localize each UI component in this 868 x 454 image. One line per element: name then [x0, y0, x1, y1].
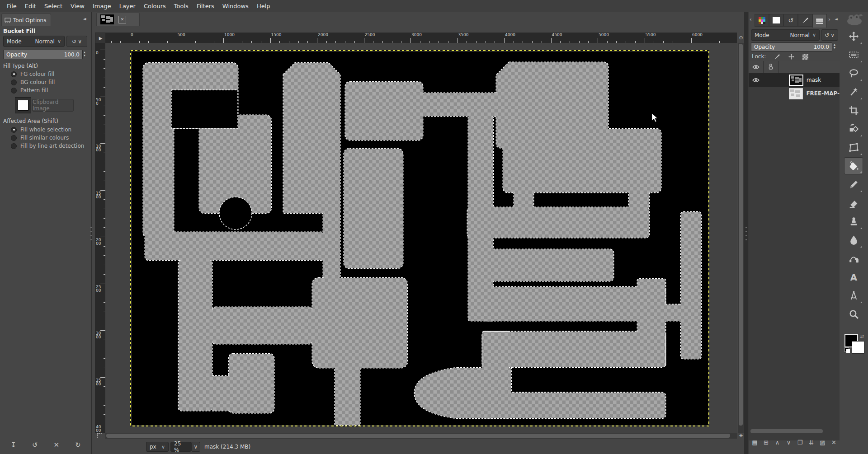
radio-icon[interactable]: [11, 127, 17, 133]
smudge-tool[interactable]: [844, 231, 863, 248]
measure-tool[interactable]: [844, 287, 863, 304]
tool-options-tab[interactable]: Tool Options: [1, 14, 51, 26]
new-layer-group-button[interactable]: ⊞: [761, 437, 771, 448]
menu-help[interactable]: Help: [253, 1, 274, 11]
paintbrush-tab[interactable]: [798, 14, 812, 27]
layer-row-mask[interactable]: mask: [749, 73, 840, 87]
swap-colors-icon[interactable]: ⇄: [860, 334, 864, 339]
menu-file[interactable]: File: [3, 1, 21, 11]
radio-icon[interactable]: [11, 88, 17, 94]
lock-position-icon[interactable]: [788, 53, 795, 60]
raise-layer-button[interactable]: ∧: [772, 437, 783, 448]
new-layer-button[interactable]: ▤: [750, 437, 760, 448]
opacity-spinner[interactable]: ▴▾: [84, 51, 85, 57]
horizontal-ruler[interactable]: 0500100015002000250030003500400045005000…: [105, 33, 737, 43]
ruler-corner-button[interactable]: ▶: [95, 33, 106, 44]
fill-type-option[interactable]: FG colour fill: [11, 70, 55, 78]
save-preset-button[interactable]: ↧: [7, 440, 20, 450]
fill-type-option[interactable]: Pattern fill: [11, 86, 55, 94]
tab-scroll-right-icon[interactable]: ›: [828, 16, 830, 23]
menu-layer[interactable]: Layer: [115, 1, 140, 11]
reset-tool-button[interactable]: ↻: [71, 440, 85, 450]
radio-icon[interactable]: [11, 80, 17, 85]
link-column-icon[interactable]: [764, 61, 778, 73]
pencil-tool[interactable]: [844, 176, 863, 193]
zoom-follow-window-icon[interactable]: ⊙: [738, 33, 744, 42]
lock-pixels-icon[interactable]: [774, 53, 780, 60]
opacity-slider[interactable]: Opacity 100.0: [3, 50, 83, 59]
free-select-tool[interactable]: [844, 65, 863, 82]
undo-history-tab[interactable]: ↺: [783, 14, 798, 27]
unit-select[interactable]: px∨: [146, 442, 169, 452]
menu-tools[interactable]: Tools: [170, 1, 193, 11]
background-color-swatch[interactable]: [852, 341, 864, 354]
visibility-column-icon[interactable]: [749, 61, 764, 73]
radio-icon[interactable]: [11, 135, 17, 141]
dock-menu-icon[interactable]: ◄: [835, 17, 838, 21]
menu-edit[interactable]: Edit: [21, 1, 40, 11]
layers-scrollbar[interactable]: [750, 429, 823, 433]
layer-mask-button[interactable]: ▨: [817, 437, 828, 448]
layer-row-FREE-MAP-[interactable]: FREE-MAP-: [749, 87, 840, 100]
affected-area-option[interactable]: Fill similar colours: [11, 134, 84, 142]
menu-filters[interactable]: Filters: [193, 1, 218, 11]
duplicate-layer-button[interactable]: ❐: [795, 437, 805, 448]
menu-windows[interactable]: Windows: [218, 1, 253, 11]
paint-mode-select[interactable]: Mode Normal∨: [3, 36, 65, 47]
close-image-icon[interactable]: ✕: [118, 16, 126, 23]
canvas-viewport[interactable]: [105, 43, 737, 433]
menu-view[interactable]: View: [66, 1, 89, 11]
eraser-tool[interactable]: [844, 194, 863, 211]
zoom-dropdown-button[interactable]: ∨: [191, 442, 200, 452]
layer-mode-switch-button[interactable]: ↺∨: [821, 29, 838, 41]
rectangle-select-tool[interactable]: [844, 46, 863, 63]
tab-scroll-left-icon[interactable]: ‹: [750, 16, 752, 23]
radio-icon[interactable]: [11, 143, 17, 149]
bucket-fill-tool[interactable]: [844, 157, 863, 174]
clipboard-image-button[interactable]: Clipboard Image: [32, 99, 74, 112]
image-canvas[interactable]: [130, 50, 710, 429]
visibility-eye-icon[interactable]: [752, 78, 760, 83]
pattern-tab[interactable]: [769, 14, 783, 27]
menu-select[interactable]: Select: [40, 1, 66, 11]
restore-preset-button[interactable]: ↺: [28, 440, 42, 450]
dungeon-map-image[interactable]: [130, 50, 710, 427]
handle-transform-tool[interactable]: [844, 139, 863, 156]
quickmask-toggle[interactable]: [95, 433, 104, 439]
vertical-ruler[interactable]: 05001000150020002500300035004000: [95, 43, 105, 433]
fg-bg-color-widget[interactable]: ⇄: [844, 334, 864, 354]
horizontal-scrollbar[interactable]: [105, 433, 737, 439]
mode-switch-button[interactable]: ↺∨: [66, 36, 87, 47]
crop-tool[interactable]: [844, 102, 863, 119]
lock-alpha-icon[interactable]: [802, 54, 808, 60]
layers-tab[interactable]: [812, 14, 827, 28]
default-colors-icon[interactable]: [844, 347, 850, 353]
navigate-image-button[interactable]: ✚: [738, 433, 744, 439]
layer-mode-select[interactable]: Mode Normal∨: [751, 29, 820, 41]
zoom-input[interactable]: 25 %: [170, 442, 191, 452]
move-tool[interactable]: [844, 28, 863, 45]
image-tab[interactable]: ✕: [96, 13, 140, 26]
lower-layer-button[interactable]: ∨: [783, 437, 794, 448]
zoom-tool[interactable]: [844, 305, 863, 323]
affected-area-option[interactable]: Fill by line art detection: [11, 142, 84, 150]
paths-tool[interactable]: [844, 250, 863, 267]
delete-preset-button[interactable]: ✕: [50, 440, 63, 450]
vertical-scrollbar[interactable]: [738, 43, 744, 433]
delete-layer-button[interactable]: ✕: [829, 437, 839, 448]
affected-area-option[interactable]: Fill whole selection: [11, 126, 84, 134]
right-dock-resize-handle[interactable]: [745, 227, 747, 240]
layer-opacity-slider[interactable]: Opacity 100.0: [751, 42, 832, 51]
merge-layer-button[interactable]: ⇊: [806, 437, 816, 448]
radio-icon[interactable]: [11, 71, 17, 77]
dock-menu-icon[interactable]: ◄: [83, 16, 86, 21]
text-tool[interactable]: A: [844, 268, 863, 286]
layer-opacity-spinner[interactable]: ▴▾: [834, 43, 835, 49]
fill-type-option[interactable]: BG colour fill: [11, 78, 55, 86]
clone-tool[interactable]: [844, 213, 863, 230]
palette-tab[interactable]: [755, 14, 769, 27]
fuzzy-select-tool[interactable]: [844, 83, 863, 100]
menu-colours[interactable]: Colours: [140, 1, 170, 11]
transform-tool[interactable]: [844, 120, 863, 137]
menu-image[interactable]: Image: [89, 1, 115, 11]
